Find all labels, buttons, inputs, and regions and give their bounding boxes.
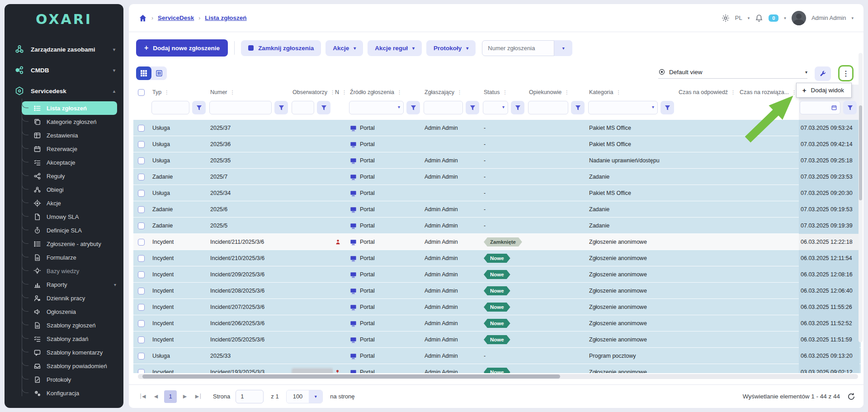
table-row[interactable]: Usługa2025/36Portal-Pakiet MS Office07.0… bbox=[133, 136, 861, 152]
table-settings-button[interactable] bbox=[815, 66, 831, 81]
settings-gear-icon[interactable] bbox=[722, 14, 730, 22]
row-checkbox[interactable] bbox=[138, 223, 145, 229]
add-view-menu-item[interactable]: + Dodaj widok bbox=[796, 83, 852, 98]
filter-select[interactable] bbox=[483, 101, 508, 114]
chevron-down-icon[interactable]: ▾ bbox=[784, 16, 786, 20]
sidebar-item-formularze[interactable]: Formularze bbox=[22, 251, 123, 264]
sidebar-item-akceptacje[interactable]: Akceptacje bbox=[22, 156, 123, 169]
language-selector[interactable]: PL bbox=[735, 14, 742, 21]
ticket-number-input[interactable] bbox=[482, 40, 554, 56]
column-header-opiekunowie[interactable]: Opiekunowie⋮ bbox=[527, 85, 587, 100]
column-header-n[interactable]: N⋮ bbox=[333, 85, 348, 100]
column-menu-icon[interactable]: ⋮ bbox=[564, 90, 569, 95]
sidebar-item-kategorie-zgłoszeń[interactable]: Kategorie zgłoszeń bbox=[22, 115, 123, 128]
filter-funnel-button[interactable] bbox=[274, 101, 288, 114]
sidebar-item-rezerwacje[interactable]: Rezerwacje bbox=[22, 142, 123, 156]
column-header-obserwatorzy[interactable]: Obserwatorzy⋮ bbox=[291, 85, 333, 100]
close-tickets-button[interactable]: Zamknij zgłoszenia bbox=[241, 40, 321, 56]
sidebar-parent-zarz-dzanie-zasobami[interactable]: Zarządzanie zasobami▾ bbox=[5, 39, 123, 60]
table-row[interactable]: Zadanie2025/7PortalAdmin Admin-Zadanie07… bbox=[133, 169, 861, 185]
sidebar-item-lista-zgłoszeń[interactable]: Lista zgłoszeń bbox=[22, 101, 117, 115]
current-page-button[interactable]: 1 bbox=[164, 390, 177, 403]
table-row[interactable]: IncydentIncident/208/2025/3/6PortalAdmin… bbox=[133, 283, 861, 299]
sidebar-item-definicje-sla[interactable]: Definicje SLA bbox=[22, 223, 123, 237]
vertical-scrollbar-thumb[interactable] bbox=[859, 105, 862, 200]
column-menu-icon[interactable]: ⋮ bbox=[342, 90, 347, 95]
row-checkbox[interactable] bbox=[138, 320, 145, 327]
view-selector[interactable]: Default view ▾ bbox=[658, 68, 807, 79]
sidebar-item-szablony-powiadomień[interactable]: Szablony powiadomień bbox=[22, 359, 123, 373]
column-header-status[interactable]: Status⋮ bbox=[482, 85, 527, 100]
sidebar-item-szablony-zadań[interactable]: Szablony zadań bbox=[22, 332, 123, 346]
sidebar-item-akcje[interactable]: Akcje bbox=[22, 196, 123, 210]
table-row[interactable]: Usługa2025/33PortalAdmin Admin-Program p… bbox=[133, 348, 861, 364]
select-all-checkbox[interactable] bbox=[138, 89, 145, 96]
column-menu-icon[interactable]: ⋮ bbox=[457, 90, 462, 95]
table-row[interactable]: IncydentIncident/207/2025/3/6PortalAdmin… bbox=[133, 299, 861, 315]
view-more-menu-button[interactable]: ⋮ bbox=[838, 65, 854, 81]
filter-funnel-button[interactable] bbox=[511, 101, 524, 114]
filter-funnel-button[interactable] bbox=[571, 101, 585, 114]
chevron-down-icon[interactable]: ▾ bbox=[748, 16, 750, 20]
rule-actions-dropdown[interactable]: Akcje reguł ▾ bbox=[368, 40, 422, 56]
actions-dropdown[interactable]: Akcje ▾ bbox=[326, 40, 363, 56]
column-header-zgłaszający[interactable]: Zgłaszający⋮ bbox=[423, 85, 482, 100]
horizontal-scrollbar-thumb[interactable] bbox=[142, 374, 560, 379]
sidebar-item-szablony-zgłoszeń[interactable]: Szablony zgłoszeń bbox=[22, 318, 123, 332]
row-checkbox[interactable] bbox=[138, 271, 145, 278]
page-number-input[interactable] bbox=[236, 390, 264, 403]
column-header-numer[interactable]: Numer⋮ bbox=[208, 85, 291, 100]
sidebar-item-zgłoszenie-atrybuty[interactable]: Zgłoszenie - atrybuty bbox=[22, 237, 123, 251]
table-row[interactable]: IncydentIncident/193/2025/3/3PortalAdmin… bbox=[133, 364, 861, 373]
table-row[interactable]: IncydentIncident/205/2025/3/6PortalAdmin… bbox=[133, 331, 861, 348]
column-menu-icon[interactable]: ⋮ bbox=[397, 90, 402, 95]
sidebar-item-reguły[interactable]: Reguły bbox=[22, 169, 123, 183]
sidebar-item-dziennik-pracy[interactable]: Dziennik pracy bbox=[22, 291, 123, 305]
column-header-czas-na-odpowiedź[interactable]: Czas na odpowiedź⋮ bbox=[677, 85, 738, 100]
user-name[interactable]: Admin Admin bbox=[811, 14, 846, 21]
table-row[interactable]: IncydentIncident/206/2025/3/6PortalAdmin… bbox=[133, 315, 861, 331]
sidebar-item-bazy-wiedzy[interactable]: Bazy wiedzy bbox=[22, 264, 123, 278]
grid-view-button[interactable] bbox=[136, 66, 151, 80]
table-row[interactable]: Usługa2025/37PortalAdmin Admin-Pakiet MS… bbox=[133, 120, 861, 136]
filter-input[interactable] bbox=[209, 101, 272, 114]
row-checkbox[interactable] bbox=[138, 157, 145, 164]
column-menu-icon[interactable]: ⋮ bbox=[502, 90, 507, 95]
last-page-button[interactable]: ▶⏐ bbox=[193, 391, 204, 403]
breadcrumb-lista-zgloszen-link[interactable]: Lista zgłoszeń bbox=[205, 14, 246, 21]
table-row[interactable]: Zadanie2025/6PortalAdmin Admin-Zadanie07… bbox=[133, 201, 861, 218]
horizontal-scrollbar[interactable] bbox=[138, 374, 858, 379]
table-row[interactable]: IncydentIncident/209/2025/3/6PortalAdmin… bbox=[133, 266, 861, 283]
column-header-źródło-zgłoszenia[interactable]: Źródło zgłoszenia⋮ bbox=[348, 85, 423, 100]
filter-select[interactable] bbox=[588, 101, 658, 114]
column-menu-icon[interactable]: ⋮ bbox=[164, 90, 169, 95]
column-header-typ[interactable]: Typ⋮ bbox=[151, 85, 208, 100]
row-checkbox[interactable] bbox=[138, 255, 145, 262]
row-checkbox[interactable] bbox=[138, 125, 145, 132]
filter-funnel-button[interactable] bbox=[406, 101, 420, 114]
protocols-dropdown[interactable]: Protokoły ▾ bbox=[426, 40, 476, 56]
sidebar-item-raporty[interactable]: Raporty▾ bbox=[22, 278, 123, 291]
row-checkbox[interactable] bbox=[138, 304, 145, 311]
table-row[interactable]: Usługa2025/34Portal-Pakiet MS Office07.0… bbox=[133, 185, 861, 201]
row-checkbox[interactable] bbox=[138, 336, 145, 343]
row-checkbox[interactable] bbox=[138, 206, 145, 213]
table-row[interactable]: IncydentIncident/210/2025/3/6PortalAdmin… bbox=[133, 250, 861, 266]
row-checkbox[interactable] bbox=[138, 369, 145, 374]
filter-funnel-button[interactable] bbox=[317, 101, 330, 114]
ticket-number-dropdown[interactable]: ▾ bbox=[554, 40, 572, 56]
filter-funnel-button[interactable] bbox=[660, 101, 674, 114]
table-row[interactable]: IncydentIncident/211/2025/3/6PortalAdmin… bbox=[133, 234, 861, 250]
sidebar-item-umowy-sla[interactable]: Umowy SLA bbox=[22, 210, 123, 223]
column-menu-icon[interactable]: ⋮ bbox=[230, 90, 235, 95]
filter-funnel-button[interactable] bbox=[192, 101, 206, 114]
home-icon[interactable] bbox=[139, 14, 147, 22]
kanban-view-button[interactable] bbox=[151, 66, 167, 80]
add-ticket-button[interactable]: + Dodaj nowe zgłoszenie bbox=[136, 39, 228, 57]
sidebar-item-szablony-komentarzy[interactable]: Szablony komentarzy bbox=[22, 346, 123, 359]
sidebar-item-obiegi[interactable]: Obiegi bbox=[22, 183, 123, 196]
column-header-kategoria[interactable]: Kategoria⋮ bbox=[587, 85, 677, 100]
chevron-down-icon[interactable]: ▾ bbox=[851, 16, 854, 20]
sidebar-item-ogłoszenia[interactable]: Ogłoszenia bbox=[22, 305, 123, 318]
bell-icon[interactable] bbox=[755, 14, 763, 22]
